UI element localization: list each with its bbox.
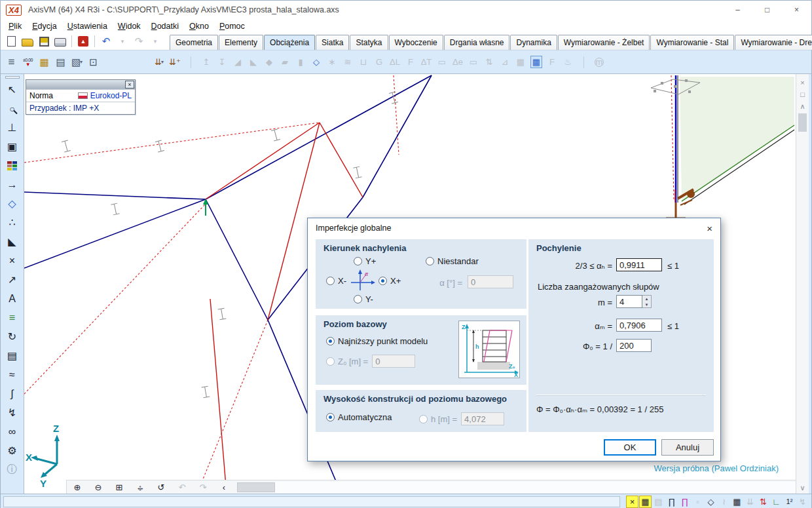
moving-load-icon[interactable]: ▭ (434, 53, 450, 71)
spin-down-icon[interactable]: ▼ (642, 302, 651, 307)
z0-field[interactable] (372, 355, 415, 368)
module-tab[interactable]: Obciążenia (264, 35, 315, 50)
radio-y-plus[interactable]: Y+ (354, 256, 376, 266)
fire-load-icon[interactable]: ♨ (560, 53, 576, 71)
glasses-icon[interactable]: ∞ (3, 422, 22, 441)
phi0-field[interactable] (616, 339, 652, 352)
renumber-icon[interactable]: ↻ (3, 327, 22, 346)
table-browser-icon[interactable]: ▤ (652, 496, 665, 508)
wind-load-icon[interactable]: ≋ (340, 53, 356, 71)
scroll-down-icon[interactable]: ∨ (798, 482, 808, 494)
load-group-add-icon[interactable]: ⇊⁺ (167, 53, 183, 71)
menu-item[interactable]: Widok (113, 20, 146, 32)
pan-icon[interactable]: ↔ (130, 482, 151, 492)
local-axes-icon[interactable]: ∟ (770, 496, 783, 508)
undo-icon[interactable]: ↶ (98, 34, 114, 49)
scroll-left-icon[interactable]: ‹ (213, 482, 234, 492)
undo-caret-icon[interactable]: ▾ (115, 34, 130, 49)
open-file-icon[interactable] (20, 34, 35, 49)
redo-caret-icon[interactable]: ▾ (147, 34, 163, 49)
info-icon[interactable]: ⓘ (3, 460, 22, 479)
spline-icon[interactable]: ≀ (718, 496, 730, 508)
module-tab[interactable]: Geometria (170, 35, 218, 50)
sep[interactable] (92, 34, 98, 49)
radio-x-minus[interactable]: X- (326, 276, 346, 286)
cancel-button[interactable]: Anuluj (661, 439, 714, 456)
new-file-icon[interactable] (3, 34, 19, 49)
snow-load-icon[interactable]: ∗ (324, 53, 340, 71)
module-tab[interactable]: Elementy (219, 35, 263, 50)
workplane-edit-icon[interactable]: ∏ (678, 496, 691, 508)
maximize-button[interactable]: □ (752, 1, 782, 19)
load-panel-icon[interactable]: ◇ (308, 53, 324, 71)
horizontal-scrollbar-thumb[interactable] (237, 482, 275, 492)
module-tab[interactable]: Drgania własne (444, 35, 510, 50)
zoom-fit-icon[interactable]: ⊞ (109, 482, 130, 492)
menu-item[interactable]: Edycja (27, 20, 62, 32)
alpha-h-field[interactable] (616, 258, 662, 271)
global-imperfection-icon[interactable]: ▦ (528, 53, 544, 71)
wrench-icon[interactable]: ⚙ (3, 441, 22, 460)
sep[interactable] (576, 53, 591, 71)
report-icon[interactable]: ▤ (52, 53, 69, 71)
table-icon[interactable]: ▤ (3, 346, 22, 365)
shrinkage-load-icon[interactable]: Δe (450, 53, 466, 71)
section-force-icon[interactable]: ∫ (3, 384, 22, 403)
toolbar-grip[interactable] (5, 76, 20, 79)
radio-y-minus[interactable]: Y- (354, 294, 373, 304)
color-coding-icon[interactable] (3, 156, 22, 175)
table-grid-icon[interactable]: ▦ (36, 53, 52, 71)
alpha-angle-field[interactable] (468, 275, 513, 288)
geometry-check-icon[interactable]: ◇ (705, 496, 717, 508)
redo-view-icon[interactable]: ↷ (193, 482, 213, 492)
minimize-button[interactable]: – (723, 1, 752, 19)
menu-item[interactable]: Okno (184, 20, 214, 32)
slab-load-icon[interactable]: ▰ (277, 53, 293, 71)
menu-item[interactable]: Ustawienia (62, 20, 113, 32)
zoom-out-icon[interactable]: ⊖ (88, 482, 109, 492)
text-icon[interactable]: A (3, 289, 22, 308)
wedge-load-icon[interactable]: ◣ (246, 53, 261, 71)
save-file-icon[interactable] (36, 34, 52, 49)
crane-load-icon[interactable]: ▭ (466, 53, 481, 71)
dropdown-caret-icon[interactable]: ▾ (161, 59, 164, 65)
radio-automatic-height[interactable]: Automatyczna (326, 412, 392, 422)
infobox-close-icon[interactable]: × (125, 81, 134, 88)
drawing-library-icon[interactable]: ▧▾ (69, 53, 85, 71)
flashlight-icon[interactable]: ↯ (3, 403, 22, 422)
nodal-mass-icon[interactable]: m (591, 53, 607, 71)
ok-button[interactable]: OK (604, 439, 656, 456)
snap-grid-icon[interactable]: ▦ (639, 496, 652, 508)
drafting-icon[interactable]: ◣ (3, 232, 22, 251)
close-button[interactable]: × (782, 1, 811, 19)
module-tab[interactable]: Wymiarowanie - Drewno (735, 35, 812, 50)
pdf-icon[interactable]: ▲ (75, 34, 91, 49)
length-misfit-icon[interactable]: ΔL (387, 53, 403, 71)
workplane-icon[interactable]: ∏ (665, 496, 678, 508)
radio-custom-direction[interactable]: Niestandar (426, 256, 479, 266)
menu-item[interactable]: Dodatki (146, 20, 184, 32)
horizontal-scrollbar-track[interactable] (275, 482, 796, 493)
module-tab[interactable]: Wymiarowanie - Żelbet (558, 35, 650, 50)
menu-item[interactable]: Pomoc (214, 20, 250, 32)
rotate-view-icon[interactable]: ↺ (151, 482, 172, 492)
block-load-icon[interactable]: ▮ (293, 53, 308, 71)
reaction-display-icon[interactable]: ⇅ (757, 496, 769, 508)
workplanes-icon[interactable]: ≡ (3, 308, 22, 327)
selection-cursor-icon[interactable]: ↖ (3, 80, 22, 99)
load-display-icon[interactable]: ⇊ (744, 496, 756, 508)
vertical-scrollbar-thumb[interactable] (798, 113, 807, 132)
dialog-close-icon[interactable]: × (698, 223, 712, 234)
height-field[interactable] (461, 412, 504, 425)
radio-x-plus[interactable]: X+ (378, 276, 401, 286)
mesh-icon[interactable]: ▦ (731, 496, 743, 508)
geometry-check-icon[interactable]: ◇ (3, 194, 22, 213)
radio-manual-height[interactable]: h [m] = (419, 412, 504, 425)
canvas-restore-icon[interactable]: □ (798, 88, 808, 100)
print-icon[interactable] (52, 34, 68, 49)
module-tab[interactable]: Wymiarowanie - Stal (650, 35, 734, 50)
guidelines-icon[interactable]: ∴ (3, 213, 22, 232)
platform-load-icon[interactable]: ◆ (261, 53, 277, 71)
line-support-load-icon[interactable]: ↧ (214, 53, 230, 71)
layers-icon[interactable]: ≡ (3, 53, 20, 71)
